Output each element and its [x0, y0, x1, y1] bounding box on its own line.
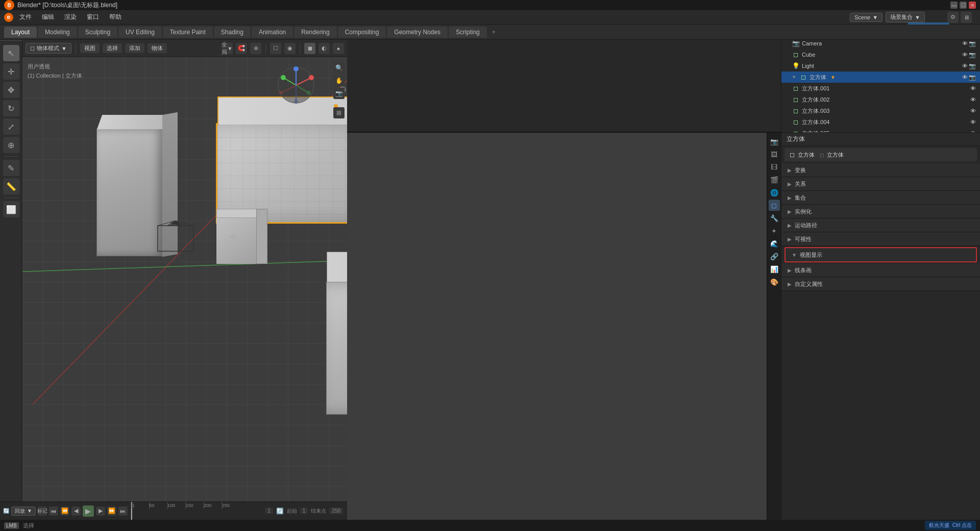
shading-solid[interactable]: ◼: [304, 43, 315, 54]
next-keyframe-btn[interactable]: ▶: [96, 506, 105, 516]
cube003-eye-icon[interactable]: 👁: [970, 108, 976, 114]
relations-header[interactable]: ▶ 关系: [781, 177, 980, 190]
outliner-item-cube[interactable]: ◻ Cube 👁 📷: [781, 49, 980, 60]
prop-particles-tab[interactable]: ✦: [769, 225, 780, 236]
cubejp-render-icon[interactable]: 📷: [969, 74, 976, 81]
instancing-header[interactable]: ▶ 实例化: [781, 205, 980, 218]
tool-scale[interactable]: ⤢: [3, 118, 19, 135]
tool-cursor[interactable]: ✛: [3, 63, 19, 80]
outliner-item-light[interactable]: 💡 Light 👁 📷: [781, 60, 980, 71]
play-btn[interactable]: ▶: [83, 505, 94, 517]
jump-end-btn[interactable]: ⏭: [118, 506, 128, 516]
tool-move[interactable]: ✥: [3, 82, 19, 98]
camera-eye-icon[interactable]: 👁: [962, 40, 968, 47]
viewlayer-dropdown[interactable]: 场景集合 ▼: [886, 12, 925, 22]
prop-section-lineart[interactable]: ▶ 线条画: [781, 263, 980, 277]
prop-section-viewport-display[interactable]: ▼ 视图显示: [785, 247, 977, 262]
end-frame[interactable]: 250: [329, 508, 343, 514]
tab-scripting[interactable]: Scripting: [449, 27, 487, 38]
prop-physics-tab[interactable]: 🌊: [769, 238, 780, 249]
cube-render-icon[interactable]: 📷: [969, 52, 976, 58]
prop-scene-tab[interactable]: 🎬: [769, 174, 780, 185]
add-workspace-button[interactable]: +: [488, 27, 500, 38]
prop-section-transform[interactable]: ▶ 变换: [781, 163, 980, 177]
current-frame[interactable]: 1: [265, 508, 273, 514]
menu-window[interactable]: 窗口: [83, 12, 103, 22]
menu-edit[interactable]: 编辑: [38, 12, 58, 22]
topbar-icon2[interactable]: 🖥: [961, 12, 972, 23]
tab-compositing[interactable]: Compositing: [338, 27, 386, 38]
visibility-header[interactable]: ▶ 可视性: [781, 232, 980, 246]
overlay-toggle[interactable]: ◉: [284, 43, 296, 54]
object-mode-dropdown[interactable]: ◻ 物体模式 ▼: [26, 43, 71, 54]
shading-material[interactable]: ◐: [318, 43, 330, 54]
minimize-button[interactable]: —: [950, 2, 958, 9]
prop-render-tab[interactable]: 📷: [769, 136, 780, 147]
light-render-icon[interactable]: 📷: [969, 63, 976, 69]
scene-dropdown[interactable]: Scene ▼: [850, 13, 883, 22]
shading-render[interactable]: ●: [333, 43, 344, 54]
tool-add-cube[interactable]: ⬜: [3, 201, 19, 218]
cube-eye-icon[interactable]: 👁: [962, 52, 968, 58]
proportional-btn[interactable]: ⊕: [250, 43, 261, 54]
outliner-item-cubejp[interactable]: ▼ ◻ 立方体 ▼ 👁 📷: [781, 71, 980, 83]
main-viewport[interactable]: 用户透视 (1) Collection | 立方体 ⊕ ✛: [22, 57, 347, 501]
tool-annotate[interactable]: ✎: [3, 160, 19, 176]
tab-geometry-nodes[interactable]: Geometry Nodes: [387, 27, 448, 38]
close-button[interactable]: ✕: [969, 2, 976, 9]
cube004-eye-icon[interactable]: 👁: [970, 119, 976, 125]
outliner-item-cube005[interactable]: ◻ 立方体.005 👁: [781, 128, 980, 133]
motion-header[interactable]: ▶ 运动路径: [781, 219, 980, 232]
prop-constraints-tab[interactable]: 🔗: [769, 251, 780, 262]
prop-modifiers-tab[interactable]: 🔧: [769, 212, 780, 224]
zoom-icon[interactable]: 🔍: [333, 62, 345, 74]
select-menu-btn[interactable]: 选择: [103, 43, 122, 53]
tab-texture-paint[interactable]: Texture Paint: [163, 27, 213, 38]
tool-transform[interactable]: ⊕: [3, 137, 19, 153]
object-menu-btn[interactable]: 物体: [148, 43, 167, 53]
outliner-item-cube002[interactable]: ◻ 立方体.002 👁: [781, 94, 980, 105]
start-frame[interactable]: 1: [300, 508, 308, 514]
prev-frame-btn[interactable]: ⏪: [60, 506, 69, 516]
maximize-button[interactable]: ☐: [960, 2, 967, 9]
prop-section-relations[interactable]: ▶ 关系: [781, 177, 980, 191]
cube002-eye-icon[interactable]: 👁: [970, 96, 976, 103]
transform-header[interactable]: ▶ 变换: [781, 163, 980, 177]
collection-header[interactable]: ▶ 集合: [781, 191, 980, 204]
outliner-item-cube001[interactable]: ◻ 立方体.001 👁: [781, 83, 980, 94]
view-menu-btn[interactable]: 视图: [80, 43, 100, 53]
lineart-header[interactable]: ▶ 线条画: [781, 263, 980, 277]
next-frame-btn[interactable]: ⏩: [107, 506, 116, 516]
prop-section-collection[interactable]: ▶ 集合: [781, 191, 980, 205]
tab-layout[interactable]: Layout: [4, 27, 37, 38]
tab-uv-editing[interactable]: UV Editing: [118, 27, 162, 38]
object-name-field[interactable]: ◻ 立方体 ◻ 立方体: [785, 148, 977, 161]
cube001-eye-icon[interactable]: 👁: [970, 85, 976, 91]
tab-sculpting[interactable]: Sculpting: [78, 27, 117, 38]
prop-section-instancing[interactable]: ▶ 实例化: [781, 205, 980, 219]
add-menu-btn[interactable]: 添加: [125, 43, 144, 53]
tab-animation[interactable]: Animation: [252, 27, 293, 38]
prop-view-tab[interactable]: 🎞: [769, 161, 780, 173]
wireframe-toggle[interactable]: ☐: [270, 43, 281, 54]
tool-measure[interactable]: 📏: [3, 178, 19, 195]
tool-rotate[interactable]: ↻: [3, 100, 19, 116]
hand-icon[interactable]: ✋: [333, 75, 345, 86]
prop-material-tab[interactable]: 🎨: [769, 276, 780, 287]
playback-dropdown[interactable]: 回放 ▼: [11, 506, 36, 516]
outliner-item-cube004[interactable]: ◻ 立方体.004 👁: [781, 116, 980, 128]
tool-select[interactable]: ↖: [3, 45, 19, 61]
tab-rendering[interactable]: Rendering: [294, 27, 336, 38]
prop-data-tab[interactable]: 📊: [769, 263, 780, 275]
marker-menu[interactable]: 标记: [38, 506, 47, 516]
tab-shading[interactable]: Shading: [214, 27, 251, 38]
prop-section-visibility[interactable]: ▶ 可视性: [781, 232, 980, 246]
cubejp-eye-icon[interactable]: 👁: [962, 74, 968, 81]
prop-section-motion[interactable]: ▶ 运动路径: [781, 219, 980, 232]
menu-render[interactable]: 渲染: [60, 12, 81, 22]
snap-btn[interactable]: 🧲: [236, 43, 247, 54]
custom-header[interactable]: ▶ 自定义属性: [781, 277, 980, 291]
navigation-gizmo[interactable]: [276, 65, 316, 106]
menu-file[interactable]: 文件: [15, 12, 36, 22]
cube-main-object[interactable]: ⊕: [216, 124, 347, 223]
